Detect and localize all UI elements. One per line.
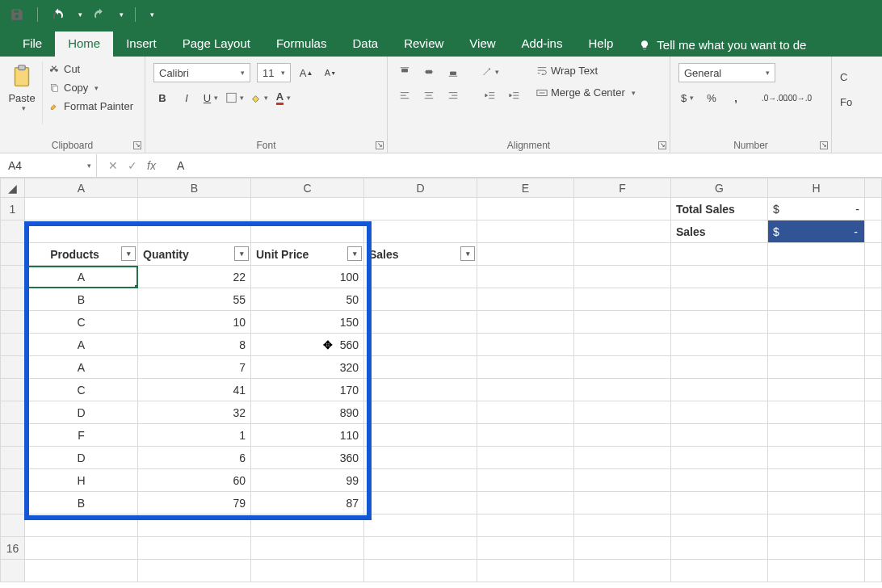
cell-sales-value[interactable]: $ - (768, 220, 865, 243)
fx-icon[interactable]: fx (147, 159, 156, 172)
cell-B4[interactable]: 22 (138, 266, 251, 288)
number-format-dropdown-icon[interactable]: ▾ (766, 69, 770, 77)
font-size-combo[interactable]: 11 ▾ (257, 63, 291, 82)
cell-B5[interactable]: 55 (138, 288, 251, 311)
row-header-2[interactable] (1, 220, 25, 243)
tab-data[interactable]: Data (339, 32, 391, 57)
cell-C9[interactable]: 170 (251, 379, 364, 401)
font-size-dropdown-icon[interactable]: ▾ (281, 69, 285, 77)
increase-indent-icon[interactable] (506, 87, 523, 105)
align-top-icon[interactable] (396, 63, 414, 81)
merge-center-button[interactable]: Merge & Center ▾ (535, 85, 637, 100)
cut-button[interactable]: Cut (48, 61, 135, 77)
cell-sales-label[interactable]: Sales (671, 220, 768, 243)
decrease-font-icon[interactable]: A▼ (321, 64, 339, 82)
col-header-D[interactable]: D (364, 178, 477, 198)
cell-C8[interactable]: 320 (251, 356, 364, 379)
align-left-icon[interactable] (396, 87, 414, 105)
row-header-4[interactable] (1, 266, 25, 288)
cell-A8[interactable]: A (25, 356, 138, 379)
cell-A11[interactable]: F (25, 424, 138, 447)
cell-B11[interactable]: 1 (138, 424, 251, 447)
percent-icon[interactable]: % (703, 89, 720, 107)
header-unit-price[interactable]: Unit Price ▾ (251, 243, 364, 266)
tab-insert[interactable]: Insert (113, 32, 170, 57)
number-dialog-launcher[interactable]: ↘ (820, 141, 828, 149)
cell-B12[interactable]: 6 (138, 447, 251, 469)
format-painter-button[interactable]: Format Painter (48, 99, 135, 114)
cell-total-sales-value[interactable]: $ - (768, 198, 865, 220)
cell-B8[interactable]: 7 (138, 356, 251, 379)
paste-button[interactable]: Paste ▾ (8, 61, 43, 124)
tab-view[interactable]: View (456, 32, 508, 57)
filter-quantity-icon[interactable]: ▾ (234, 246, 249, 261)
tab-review[interactable]: Review (391, 32, 456, 57)
col-header-C[interactable]: C (251, 178, 364, 198)
font-name-combo[interactable]: Calibri ▾ (153, 63, 250, 82)
filter-sales-icon[interactable]: ▾ (460, 246, 475, 261)
font-name-dropdown-icon[interactable]: ▾ (241, 69, 245, 77)
increase-decimal-icon[interactable]: .0→.00 (766, 89, 783, 107)
cell-A5[interactable]: B (25, 288, 138, 311)
header-quantity[interactable]: Quantity ▾ (138, 243, 251, 266)
cell-C7[interactable]: 560 (251, 334, 364, 356)
wrap-text-button[interactable]: Wrap Text (535, 63, 637, 78)
italic-icon[interactable]: I (178, 89, 195, 107)
clipboard-dialog-launcher[interactable]: ↘ (133, 141, 141, 149)
align-bottom-icon[interactable] (444, 63, 462, 81)
cell-A9[interactable]: C (25, 379, 138, 401)
tab-page-layout[interactable]: Page Layout (170, 32, 263, 57)
enter-formula-icon[interactable]: ✓ (128, 159, 137, 172)
cell-A10[interactable]: D (25, 401, 138, 424)
col-header-G[interactable]: G (671, 178, 768, 198)
cell-C12[interactable]: 360 (251, 447, 364, 469)
cell-A6[interactable]: C (25, 311, 138, 334)
decrease-decimal-icon[interactable]: .00→.0 (790, 89, 808, 107)
align-right-icon[interactable] (444, 87, 462, 105)
select-all-corner[interactable]: ◢ (1, 178, 25, 198)
number-format-combo[interactable]: General ▾ (678, 63, 775, 82)
cell-B13[interactable]: 60 (138, 469, 251, 492)
redo-icon[interactable] (90, 6, 108, 23)
undo-icon[interactable] (49, 6, 67, 23)
col-header-overflow[interactable] (865, 178, 882, 198)
formula-input[interactable]: A (167, 159, 184, 172)
orientation-icon[interactable]: ▾ (481, 63, 499, 81)
comma-icon[interactable]: , (727, 89, 745, 107)
undo-dropdown-icon[interactable]: ▾ (78, 10, 82, 19)
underline-icon[interactable]: U▾ (202, 89, 220, 107)
cell-A13[interactable]: H (25, 469, 138, 492)
name-box[interactable]: A4 ▾ (0, 154, 97, 177)
cell-C4[interactable]: 100 (251, 266, 364, 288)
cell-C5[interactable]: 50 (251, 288, 364, 311)
cell-B9[interactable]: 41 (138, 379, 251, 401)
col-header-E[interactable]: E (477, 178, 574, 198)
tab-home[interactable]: Home (55, 32, 113, 57)
border-icon[interactable]: ▾ (226, 89, 244, 107)
header-sales[interactable]: Sales ▾ (364, 243, 477, 266)
align-center-icon[interactable] (420, 87, 438, 105)
cancel-formula-icon[interactable]: ✕ (108, 159, 118, 172)
decrease-indent-icon[interactable] (481, 87, 499, 105)
font-dialog-launcher[interactable]: ↘ (376, 141, 384, 149)
font-color-icon[interactable]: A▾ (275, 89, 292, 107)
col-header-F[interactable]: F (574, 178, 671, 198)
save-icon[interactable] (8, 6, 26, 23)
increase-font-icon[interactable]: A▲ (297, 64, 315, 82)
tab-help[interactable]: Help (575, 32, 626, 57)
cell-B14[interactable]: 79 (138, 492, 251, 514)
col-header-H[interactable]: H (768, 178, 865, 198)
filter-products-icon[interactable]: ▾ (121, 246, 136, 261)
copy-dropdown-icon[interactable]: ▾ (94, 84, 99, 92)
row-header-1[interactable]: 1 (1, 198, 25, 220)
tab-file[interactable]: File (10, 32, 55, 57)
fill-color-icon[interactable]: ▾ (250, 89, 268, 107)
col-header-B[interactable]: B (138, 178, 251, 198)
tab-formulas[interactable]: Formulas (263, 32, 340, 57)
spreadsheet-grid[interactable]: ◢ A B C D E F G H 1 Total Sales $ - (0, 178, 882, 582)
cell-A4[interactable]: A (25, 266, 138, 288)
redo-dropdown-icon[interactable]: ▾ (120, 10, 124, 19)
cell-C13[interactable]: 99 (251, 469, 364, 492)
qat-customize-icon[interactable]: ▾ (150, 10, 154, 19)
cell-B10[interactable]: 32 (138, 401, 251, 424)
